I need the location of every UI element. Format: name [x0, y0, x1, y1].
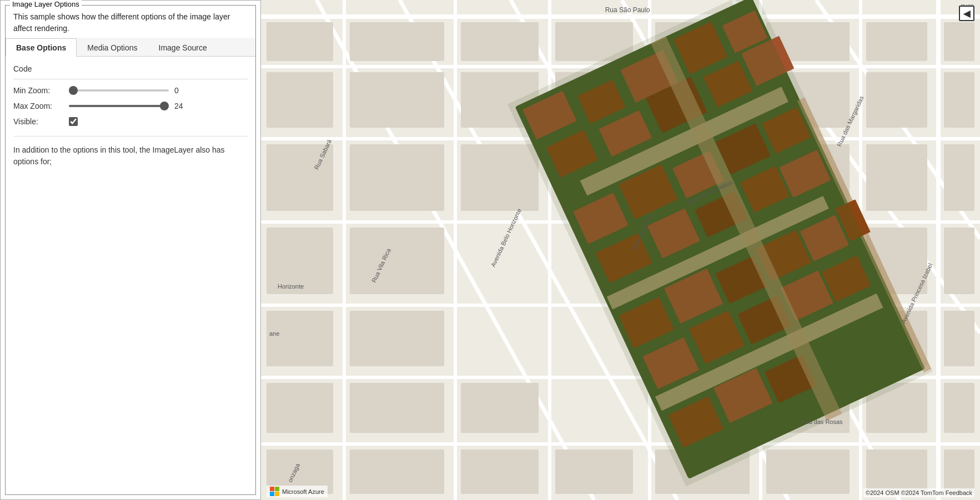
svg-text:Rua São Paulo: Rua São Paulo	[605, 6, 650, 14]
svg-rect-65	[866, 450, 927, 494]
svg-rect-36	[944, 72, 974, 128]
svg-rect-60	[350, 450, 444, 494]
visible-label: Visible:	[13, 117, 69, 126]
map-background: Rua São Paulo Rua Sabará Rua Vila Rica A…	[261, 0, 980, 500]
tab-image-source[interactable]: Image Source	[148, 38, 218, 57]
max-zoom-slider-container: 24	[69, 102, 185, 110]
left-panel: Image Layer Options This sample shows ho…	[0, 0, 261, 500]
min-zoom-value: 0	[174, 86, 185, 95]
svg-rect-30	[350, 72, 444, 128]
svg-rect-55	[461, 383, 539, 433]
svg-rect-39	[461, 144, 539, 211]
svg-text:ane: ane	[269, 330, 279, 337]
min-zoom-label: Min Zoom:	[13, 86, 69, 95]
ms-square-yellow	[275, 492, 279, 496]
max-zoom-label: Max Zoom:	[13, 102, 69, 110]
map-area: Rua São Paulo Rua Sabará Rua Vila Rica A…	[261, 0, 980, 500]
ms-square-red	[270, 487, 274, 491]
svg-text:Horizonte: Horizonte	[278, 283, 304, 290]
ms-square-blue	[270, 492, 274, 496]
svg-rect-64	[766, 450, 850, 494]
svg-rect-58	[944, 383, 974, 433]
svg-rect-41	[866, 144, 927, 211]
svg-rect-42	[944, 144, 974, 211]
svg-rect-61	[461, 450, 539, 494]
svg-rect-28	[944, 22, 974, 61]
code-label: Code	[13, 61, 248, 79]
svg-rect-44	[350, 228, 444, 294]
visible-checkbox[interactable]	[69, 117, 78, 126]
tab-media-options[interactable]: Media Options	[77, 38, 148, 57]
panel-description: This sample shows how the different opti…	[13, 11, 248, 34]
svg-text:Rua das Rosas: Rua das Rosas	[801, 418, 843, 425]
svg-rect-38	[350, 144, 444, 211]
svg-rect-23	[461, 22, 539, 61]
svg-rect-54	[350, 383, 444, 433]
additional-info: In addition to the options in this tool,…	[13, 136, 248, 168]
ms-azure-logo: Microsoft Azure	[267, 486, 328, 497]
svg-rect-47	[944, 228, 974, 294]
tab-base-options[interactable]: Base Options	[6, 38, 77, 57]
svg-rect-53	[267, 383, 333, 433]
nav-button[interactable]: ◀	[959, 6, 974, 21]
nav-arrow-icon: ◀	[963, 8, 970, 19]
tab-content: Code Min Zoom: 0 Max Zoom: 24	[6, 57, 255, 172]
min-zoom-slider[interactable]	[69, 89, 169, 92]
tabs-bar: Base Options Media Options Image Source	[6, 38, 255, 57]
ms-azure-text: Microsoft Azure	[282, 488, 324, 495]
max-zoom-slider[interactable]	[69, 105, 169, 107]
max-zoom-value: 24	[174, 102, 185, 110]
svg-rect-27	[866, 22, 927, 61]
min-zoom-row: Min Zoom: 0	[13, 86, 248, 95]
svg-rect-21	[267, 22, 333, 61]
max-zoom-row: Max Zoom: 24	[13, 102, 248, 110]
svg-rect-49	[350, 311, 444, 366]
svg-rect-48	[267, 311, 333, 366]
svg-rect-22	[350, 22, 444, 61]
visible-row: Visible:	[13, 117, 248, 126]
panel-title: Image Layer Options	[10, 0, 82, 8]
min-zoom-slider-container: 0	[69, 86, 185, 95]
svg-rect-52	[944, 311, 974, 366]
svg-rect-66	[944, 450, 974, 494]
attribution: ©2024 OSM ©2024 TomTom Feedback	[863, 488, 974, 497]
options-grid: Min Zoom: 0 Max Zoom: 24 Visib	[13, 86, 248, 126]
visible-checkbox-container	[69, 117, 78, 126]
svg-rect-62	[555, 450, 633, 494]
svg-rect-29	[267, 72, 333, 128]
attribution-text: ©2024 OSM ©2024 TomTom Feedback	[866, 489, 972, 496]
svg-rect-35	[866, 72, 927, 128]
ms-logo-squares	[270, 487, 279, 496]
ms-square-green	[275, 487, 279, 491]
panel-outer: Image Layer Options This sample shows ho…	[5, 5, 256, 495]
